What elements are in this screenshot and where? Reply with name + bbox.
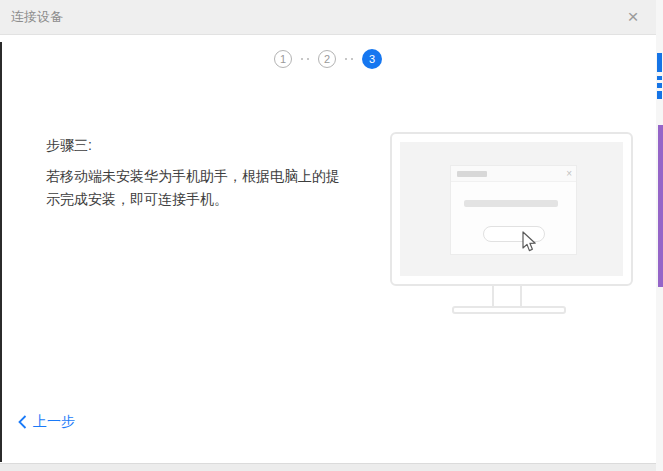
installer-dialog-illustration: × bbox=[450, 165, 577, 255]
back-button-label: 上一步 bbox=[33, 413, 75, 431]
placeholder-text-bar bbox=[464, 200, 558, 207]
installer-titlebar: × bbox=[451, 166, 576, 182]
background-accent-blue-edge bbox=[657, 83, 662, 88]
dialog-title: 连接设备 bbox=[11, 8, 63, 26]
chevron-left-icon bbox=[18, 415, 27, 429]
step-separator-dots bbox=[343, 58, 355, 60]
step-separator-dots bbox=[299, 58, 311, 60]
monitor-stand-neck bbox=[492, 286, 522, 308]
connect-device-dialog: 连接设备 × 1 2 3 步骤三: 若移动端未安装华为手机助手，根据电脑上的提示… bbox=[0, 0, 656, 463]
step-1-circle: 1 bbox=[274, 50, 292, 68]
monitor-stand-base bbox=[452, 306, 566, 314]
background-window-left-edge bbox=[0, 42, 2, 462]
step-2-circle: 2 bbox=[318, 50, 336, 68]
step-description: 若移动端未安装华为手机助手，根据电脑上的提示完成安装，即可连接手机。 bbox=[46, 165, 346, 211]
monitor-illustration: × bbox=[390, 132, 633, 286]
monitor-screen: × bbox=[400, 142, 623, 276]
mini-close-icon: × bbox=[566, 166, 572, 182]
background-accent-blue-edge bbox=[657, 76, 662, 80]
step-heading: 步骤三: bbox=[46, 137, 92, 155]
dialog-titlebar: 连接设备 × bbox=[0, 0, 656, 35]
step-indicator: 1 2 3 bbox=[0, 48, 656, 70]
step-3-circle-active: 3 bbox=[362, 49, 382, 69]
back-button[interactable]: 上一步 bbox=[18, 413, 75, 431]
close-icon[interactable]: × bbox=[616, 0, 650, 34]
background-accent-blue-edge bbox=[657, 53, 662, 72]
background-accent-purple-edge bbox=[658, 125, 663, 287]
screenshot-canvas: 连接设备 × 1 2 3 步骤三: 若移动端未安装华为手机助手，根据电脑上的提示… bbox=[0, 0, 663, 471]
background-accent-blue-edge bbox=[657, 91, 662, 99]
placeholder-title-bar bbox=[457, 171, 487, 177]
cursor-icon bbox=[521, 231, 538, 254]
